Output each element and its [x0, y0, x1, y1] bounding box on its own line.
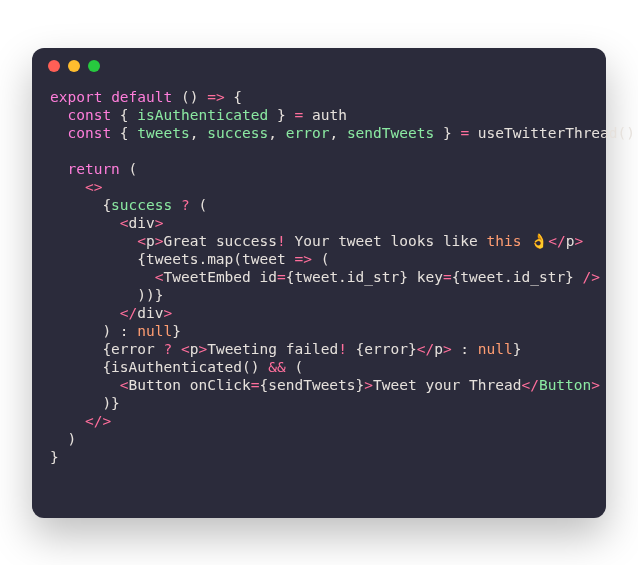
code-line: <p>Great success! Your tweet looks like …	[50, 233, 583, 249]
code-line: }	[50, 449, 59, 465]
code-line: )}	[50, 395, 120, 411]
code-line: const { isAuthenticated } = auth	[50, 107, 347, 123]
window-titlebar	[32, 48, 606, 84]
code-line: )	[50, 431, 76, 447]
code-line: {error ? <p>Tweeting failed! {error}</p>…	[50, 341, 522, 357]
code-window: export default () => { const { isAuthent…	[32, 48, 606, 518]
code-line: </>	[50, 413, 111, 429]
code-line: <div>	[50, 215, 164, 231]
code-line: <TweetEmbed id={tweet.id_str} key={tweet…	[50, 269, 600, 285]
close-icon[interactable]	[48, 60, 60, 72]
code-line: <>	[50, 179, 102, 195]
code-line: {success ? (	[50, 197, 207, 213]
maximize-icon[interactable]	[88, 60, 100, 72]
code-block: export default () => { const { isAuthent…	[32, 84, 606, 484]
code-line: {tweets.map(tweet => (	[50, 251, 329, 267]
code-line: ))}	[50, 287, 164, 303]
code-line: ) : null}	[50, 323, 181, 339]
code-line: const { tweets, success, error, sendTwee…	[50, 125, 635, 141]
code-line: return (	[50, 161, 137, 177]
code-line: export default () => {	[50, 89, 242, 105]
code-line: {isAuthenticated() && (	[50, 359, 303, 375]
code-line: </div>	[50, 305, 172, 321]
minimize-icon[interactable]	[68, 60, 80, 72]
code-line: <Button onClick={sendTweets}>Tweet your …	[50, 377, 600, 393]
